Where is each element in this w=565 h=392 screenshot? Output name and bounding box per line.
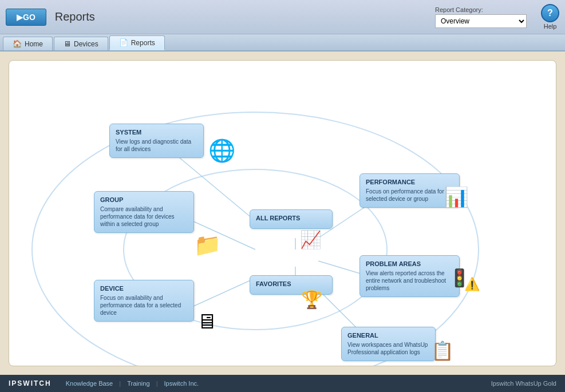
main-content: SYSTEM View logs and diagnostic data for… [0, 52, 565, 375]
separator-2: | [156, 380, 158, 387]
device-computer-icon: 🖥 [196, 310, 217, 334]
footer-links: Knowledge Base | Training | Ipswitch Inc… [63, 380, 491, 387]
all-reports-card-title: ALL REPORTS [256, 215, 326, 221]
system-card-title: SYSTEM [116, 129, 197, 136]
footer: IPSWITCH Knowledge Base | Training | Ips… [0, 375, 565, 392]
help-button[interactable]: ? Help [541, 4, 559, 30]
separator-1: | [119, 380, 121, 387]
tab-reports[interactable]: 📄 Reports [109, 35, 165, 50]
group-folder-icon: 📁 [194, 232, 221, 258]
all-reports-card[interactable]: ALL REPORTS [250, 209, 333, 229]
footer-product: Ipswitch WhatsUp Gold [491, 380, 556, 387]
performance-card-title: PERFORMANCE [366, 179, 453, 185]
favorites-card-title: FAVORITES [256, 280, 326, 287]
problem-areas-card-desc: View alerts reported across the entire n… [366, 270, 453, 292]
home-icon: 🏠 [13, 39, 22, 48]
tab-home-label: Home [25, 40, 43, 48]
system-card[interactable]: SYSTEM View logs and diagnostic data for… [109, 124, 204, 158]
group-card-title: GROUP [100, 196, 188, 203]
general-card[interactable]: GENERAL View workspaces and WhatsUp Prof… [341, 327, 436, 361]
footer-training-link[interactable]: Training [127, 380, 149, 387]
devices-icon: 🖥 [64, 39, 71, 48]
footer-kb-link[interactable]: Knowledge Base [66, 380, 113, 387]
device-card[interactable]: DEVICE Focus on availability and perform… [94, 280, 194, 322]
group-card-desc: Compare availability and performance dat… [100, 205, 188, 228]
help-icon: ? [541, 4, 559, 22]
system-globe-icon: 🌐 [208, 138, 235, 163]
device-card-desc: Focus on availability and performance da… [100, 294, 188, 316]
system-card-desc: View logs and diagnostic data for all de… [116, 138, 197, 153]
problem-areas-card[interactable]: PROBLEM AREAS View alerts reported acros… [359, 255, 460, 297]
tab-home[interactable]: 🏠 Home [3, 37, 53, 50]
footer-logo: IPSWITCH [9, 379, 52, 387]
general-document-icon: 📋 [431, 340, 454, 362]
general-card-desc: View workspaces and WhatsUp Professional… [347, 341, 429, 356]
favorites-treasure-icon: 🏆 [301, 290, 322, 310]
svg-line-4 [192, 278, 255, 307]
tab-reports-label: Reports [131, 39, 155, 47]
report-category-label: Report Category: [435, 6, 483, 13]
tab-devices-label: Devices [74, 40, 98, 48]
tab-devices[interactable]: 🖥 Devices [54, 37, 108, 50]
reports-canvas: SYSTEM View logs and diagnostic data for… [9, 60, 556, 366]
tabs-bar: 🏠 Home 🖥 Devices 📄 Reports [0, 34, 565, 52]
report-category-section: Report Category: Overview System Group D… [435, 6, 527, 28]
all-reports-chart-icon: 📈 [300, 229, 321, 250]
header: ▶GO Reports Report Category: Overview Sy… [0, 0, 565, 34]
problem-warning-icon: ⚠️ [464, 277, 480, 292]
reports-icon: 📄 [119, 38, 128, 47]
device-card-title: DEVICE [100, 285, 188, 292]
help-label: Help [544, 23, 557, 30]
performance-card-desc: Focus on performance data for a selected… [366, 188, 453, 203]
footer-ipswitch-link[interactable]: Ipswitch Inc. [164, 380, 199, 387]
group-card[interactable]: GROUP Compare availability and performan… [94, 191, 194, 233]
go-button[interactable]: ▶GO [6, 9, 46, 26]
problem-areas-card-title: PROBLEM AREAS [366, 260, 453, 267]
report-category-select[interactable]: Overview System Group Device Performance… [435, 14, 527, 28]
performance-gauge-icon: 📊 [444, 185, 468, 208]
general-card-title: GENERAL [347, 332, 429, 339]
page-title: Reports [55, 10, 435, 23]
